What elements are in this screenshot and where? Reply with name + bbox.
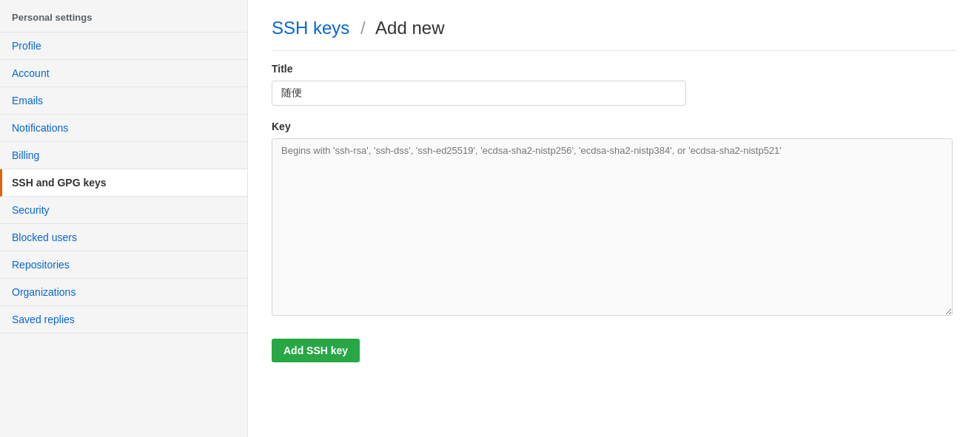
main-content: SSH keys / Add new Title Key Add SSH key (248, 0, 980, 437)
page-title-part1: SSH keys (272, 18, 349, 38)
sidebar-item-security[interactable]: Security (0, 197, 247, 224)
sidebar-item-organizations[interactable]: Organizations (0, 279, 247, 306)
key-label: Key (272, 121, 956, 132)
key-textarea[interactable] (272, 138, 953, 316)
sidebar-item-account[interactable]: Account (0, 60, 247, 87)
sidebar-item-emails[interactable]: Emails (0, 87, 247, 115)
sidebar-header: Personal settings (0, 0, 247, 33)
sidebar-item-saved-replies[interactable]: Saved replies (0, 306, 247, 333)
title-input[interactable] (272, 81, 686, 106)
sidebar-item-billing[interactable]: Billing (0, 142, 247, 169)
sidebar-item-ssh-gpg-keys[interactable]: SSH and GPG keys (0, 169, 247, 197)
title-form-group: Title (272, 63, 956, 106)
add-ssh-key-form: Title Key Add SSH key (272, 63, 956, 362)
sidebar-nav: Profile Account Emails Notifications Bil… (0, 33, 247, 333)
sidebar-item-notifications[interactable]: Notifications (0, 115, 247, 142)
sidebar-item-repositories[interactable]: Repositories (0, 251, 247, 279)
key-form-group: Key (272, 121, 956, 318)
title-label: Title (272, 63, 956, 75)
add-ssh-key-button[interactable]: Add SSH key (272, 339, 360, 362)
sidebar-item-blocked-users[interactable]: Blocked users (0, 224, 247, 251)
sidebar: Personal settings Profile Account Emails… (0, 0, 248, 437)
page-title: SSH keys / Add new (272, 18, 956, 51)
page-title-separator: / (360, 18, 366, 38)
page-title-part2: Add new (375, 18, 444, 38)
sidebar-item-profile[interactable]: Profile (0, 33, 247, 60)
